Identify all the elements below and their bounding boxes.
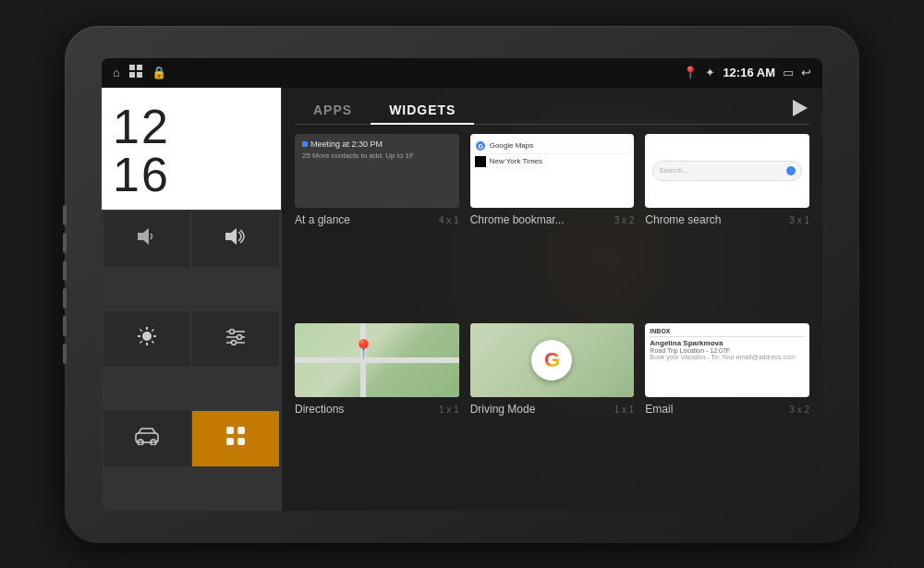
tab-widgets[interactable]: WIDGETS bbox=[371, 97, 474, 125]
side-buttons bbox=[63, 205, 67, 364]
svg-marker-4 bbox=[138, 228, 149, 245]
brightness-button[interactable] bbox=[103, 311, 190, 367]
svg-rect-2 bbox=[129, 72, 135, 78]
widget-email[interactable]: INBOX Angelina Sparkmova Road Trip Locat… bbox=[645, 323, 809, 502]
controls-grid bbox=[102, 210, 281, 511]
email-preview: INBOX Angelina Sparkmova Road Trip Locat… bbox=[645, 323, 809, 397]
status-bar: ⌂ 🔒 📍 ✦ 12:16 AM ▭ ↩ bbox=[102, 58, 822, 88]
email-header: INBOX bbox=[650, 328, 805, 337]
maps-road-v bbox=[360, 323, 366, 397]
search-placeholder: Search... bbox=[659, 166, 688, 175]
at-glance-subtitle: 25 More contacts to add, Up to 1F bbox=[302, 151, 452, 160]
bluetooth-icon: ✦ bbox=[705, 66, 715, 79]
driving-mode-name: Driving Mode bbox=[470, 403, 536, 416]
directions-size: 1 x 1 bbox=[439, 405, 459, 415]
driving-map-preview: G bbox=[470, 323, 635, 397]
svg-text:G: G bbox=[478, 142, 483, 149]
widget-chrome-bookmarks[interactable]: G Google Maps T New York Times bbox=[470, 134, 635, 312]
email-size: 3 x 2 bbox=[789, 405, 809, 415]
status-left: ⌂ 🔒 bbox=[113, 65, 166, 80]
chrome-bookmarks-label: Chrome bookmar... 3 x 2 bbox=[470, 213, 635, 226]
widget-chrome-search[interactable]: Search... Chrome search 3 x 1 bbox=[645, 134, 809, 312]
email-sender: Angelina Sparkmova bbox=[650, 339, 805, 347]
maps-preview: 📍 bbox=[295, 323, 459, 397]
volume-high-button[interactable] bbox=[192, 211, 279, 267]
volume-low-icon bbox=[136, 227, 158, 251]
svg-rect-24 bbox=[226, 427, 234, 434]
at-a-glance-label: At a glance 4 x 1 bbox=[295, 213, 459, 226]
svg-marker-5 bbox=[225, 228, 237, 245]
svg-rect-3 bbox=[137, 72, 142, 78]
at-a-glance-size: 4 x 1 bbox=[439, 215, 459, 225]
play-store-button[interactable] bbox=[789, 98, 809, 123]
svg-rect-0 bbox=[129, 65, 135, 70]
maps-road-h bbox=[295, 357, 459, 363]
car-mode-button[interactable] bbox=[103, 411, 190, 466]
location-icon: 📍 bbox=[683, 66, 698, 79]
volume-low-button[interactable] bbox=[103, 211, 190, 267]
apps-grid-button[interactable] bbox=[192, 411, 279, 466]
svg-point-16 bbox=[230, 329, 235, 333]
chrome-bookmarks-name: Chrome bookmar... bbox=[470, 213, 565, 226]
at-glance-meeting: Meeting at 2:30 PM bbox=[302, 139, 452, 149]
widget-driving-mode[interactable]: G Driving Mode 1 x 1 bbox=[470, 323, 635, 502]
svg-point-6 bbox=[142, 332, 152, 341]
status-time: 12:16 AM bbox=[723, 66, 775, 79]
at-a-glance-preview: Meeting at 2:30 PM 25 More contacts to a… bbox=[295, 134, 459, 208]
svg-line-14 bbox=[140, 341, 142, 343]
email-body: Book your Vacation - To: Your email@addr… bbox=[650, 354, 805, 360]
google-maps-bm-icon: G bbox=[475, 140, 486, 151]
widget-directions[interactable]: 📍 Directions 1 x 1 bbox=[295, 323, 459, 502]
battery-icon: ▭ bbox=[783, 66, 794, 79]
chrome-bm-row-2: T New York Times bbox=[475, 154, 630, 169]
map-pin: 📍 bbox=[352, 338, 375, 360]
search-bar-mock: Search... bbox=[652, 161, 802, 181]
widgets-grid: Meeting at 2:30 PM 25 More contacts to a… bbox=[295, 134, 809, 502]
chrome-bookmarks-size: 3 x 2 bbox=[614, 215, 635, 225]
widget-at-a-glance[interactable]: Meeting at 2:30 PM 25 More contacts to a… bbox=[295, 134, 459, 312]
right-panel: APPS WIDGETS Me bbox=[282, 88, 822, 511]
email-label: Email 3 x 2 bbox=[645, 403, 809, 416]
svg-point-20 bbox=[232, 340, 237, 344]
svg-marker-28 bbox=[793, 100, 808, 116]
svg-rect-21 bbox=[136, 433, 158, 442]
svg-rect-26 bbox=[226, 438, 234, 445]
driving-mode-size: 1 x 1 bbox=[614, 405, 635, 415]
svg-line-11 bbox=[140, 329, 142, 331]
back-icon[interactable]: ↩ bbox=[801, 66, 811, 79]
screen: ⌂ 🔒 📍 ✦ 12:16 AM ▭ ↩ bbox=[102, 58, 822, 511]
clock-time: 12 16 bbox=[113, 103, 270, 199]
svg-line-12 bbox=[152, 341, 153, 343]
apps-grid-icon bbox=[225, 426, 246, 452]
driving-mode-label: Driving Mode 1 x 1 bbox=[470, 403, 635, 416]
chrome-search-preview: Search... bbox=[645, 134, 809, 208]
settings-sliders-button[interactable] bbox=[192, 311, 279, 367]
directions-name: Directions bbox=[295, 403, 344, 416]
sliders-icon bbox=[225, 327, 246, 351]
mic-icon bbox=[786, 166, 796, 175]
left-panel: 12 16 bbox=[102, 88, 282, 511]
email-subject: Road Trip Location - 12:07F bbox=[650, 347, 805, 354]
directions-label: Directions 1 x 1 bbox=[295, 403, 459, 416]
svg-rect-27 bbox=[237, 438, 245, 445]
chrome-search-name: Chrome search bbox=[645, 213, 721, 226]
clock-display: 12 16 bbox=[102, 88, 281, 210]
tabs: APPS WIDGETS bbox=[295, 97, 809, 125]
svg-line-13 bbox=[152, 329, 153, 331]
chrome-bm-row-1: G Google Maps bbox=[475, 139, 630, 154]
device-frame: ⌂ 🔒 📍 ✦ 12:16 AM ▭ ↩ bbox=[65, 26, 859, 543]
meeting-dot bbox=[302, 141, 308, 147]
main-content: 12 16 bbox=[102, 88, 822, 511]
lock-icon: 🔒 bbox=[152, 66, 166, 79]
tab-apps[interactable]: APPS bbox=[295, 97, 371, 125]
google-maps-bm-text: Google Maps bbox=[490, 141, 534, 150]
nyt-bm-icon: T bbox=[475, 156, 486, 167]
chrome-search-size: 3 x 1 bbox=[789, 215, 809, 225]
at-a-glance-name: At a glance bbox=[295, 213, 350, 226]
directions-preview: 📍 bbox=[295, 323, 459, 397]
email-name: Email bbox=[645, 403, 673, 416]
grid-icon bbox=[129, 65, 142, 80]
clock-hours: 12 bbox=[113, 100, 170, 153]
nyt-bm-text: New York Times bbox=[490, 157, 542, 165]
home-icon: ⌂ bbox=[113, 66, 120, 79]
